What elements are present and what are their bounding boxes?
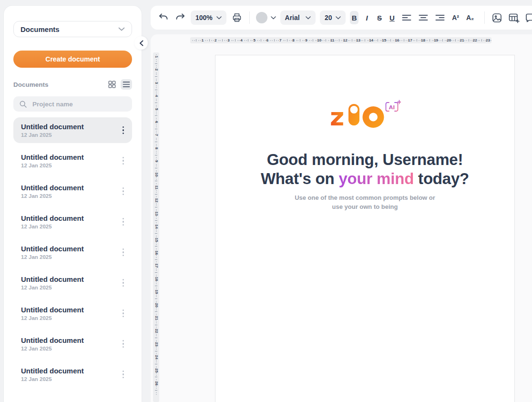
- document-title: Untitled document: [21, 153, 84, 161]
- kebab-menu-icon[interactable]: [120, 277, 126, 289]
- kebab-menu-icon[interactable]: [120, 368, 126, 381]
- subtitle-line1: Use one of the most common prompts below…: [295, 193, 435, 202]
- sidebar-collapse-button[interactable]: [134, 36, 148, 50]
- underline-button[interactable]: U: [388, 11, 396, 24]
- kebab-menu-icon[interactable]: [120, 155, 126, 167]
- list-item[interactable]: Untitled document12 Jan 2025: [13, 209, 132, 235]
- zoom-select[interactable]: 100%: [191, 10, 226, 25]
- chevron-down-icon: [271, 16, 276, 20]
- kebab-menu-icon[interactable]: [120, 307, 126, 320]
- toolbar-divider: [249, 11, 250, 24]
- document-list: Untitled document12 Jan 2025Untitled doc…: [13, 117, 132, 387]
- redo-button[interactable]: [174, 11, 186, 24]
- align-left-icon[interactable]: [400, 11, 413, 24]
- editor-toolbar: 100% Arial 20 B I S U A² A₂: [151, 6, 532, 30]
- document-title: Untitled document: [21, 336, 84, 344]
- document-title: Untitled document: [21, 275, 84, 283]
- font-family-value: Arial: [285, 14, 300, 21]
- workspace-select-value: Documents: [20, 25, 60, 33]
- subscript-button[interactable]: A₂: [465, 14, 475, 21]
- list-item[interactable]: Untitled document12 Jan 2025: [13, 239, 132, 265]
- chevron-down-icon: [216, 16, 222, 20]
- align-center-icon[interactable]: [417, 11, 430, 24]
- list-item[interactable]: Untitled document12 Jan 2025: [13, 117, 132, 143]
- chevron-down-icon: [306, 16, 311, 20]
- list-item[interactable]: Untitled document12 Jan 2025: [13, 300, 132, 326]
- document-date: 12 Jan 2025: [21, 224, 84, 229]
- documents-section-label: Documents: [13, 81, 49, 88]
- document-date: 12 Jan 2025: [21, 346, 84, 351]
- list-item[interactable]: Untitled document12 Jan 2025: [13, 270, 132, 296]
- logo-letter-z: z: [330, 103, 344, 130]
- view-toggles: [106, 79, 132, 90]
- documents-section-header: Documents: [13, 79, 132, 90]
- document-date: 12 Jan 2025: [21, 193, 84, 199]
- kebab-menu-icon[interactable]: [120, 338, 126, 350]
- text-color-picker[interactable]: [256, 12, 276, 23]
- kebab-menu-icon[interactable]: [120, 185, 126, 197]
- strikethrough-button[interactable]: S: [375, 11, 383, 24]
- font-family-select[interactable]: Arial: [280, 10, 316, 25]
- print-button[interactable]: [231, 11, 243, 24]
- search-box: [13, 96, 132, 112]
- font-size-select[interactable]: 20: [320, 10, 346, 25]
- comments-icon[interactable]: [524, 11, 532, 24]
- superscript-button[interactable]: A²: [450, 14, 460, 21]
- vertical-ruler: 1234567891011121314151617181920212223242…: [153, 52, 159, 402]
- grid-view-icon[interactable]: [106, 79, 118, 90]
- greeting-subtitle: Use one of the most common prompts below…: [295, 193, 435, 211]
- zoom-value: 100%: [195, 14, 213, 21]
- document-date: 12 Jan 2025: [21, 132, 84, 138]
- subtitle-line2: use your own to being: [295, 202, 435, 211]
- list-item[interactable]: Untitled document12 Jan 2025: [13, 361, 132, 387]
- text-color-swatch-icon: [256, 12, 267, 23]
- workspace-select[interactable]: Documents: [13, 21, 132, 37]
- italic-button[interactable]: I: [363, 11, 371, 24]
- greeting-line1: Good morning, Username!: [261, 150, 469, 169]
- document-title: Untitled document: [21, 367, 84, 375]
- document-title: Untitled document: [21, 245, 84, 253]
- document-title: Untitled document: [21, 306, 84, 314]
- editor-canvas: 1234567891011121314151617181920212223 12…: [151, 34, 532, 402]
- kebab-menu-icon[interactable]: [120, 216, 126, 228]
- toolbar-divider: [484, 11, 485, 24]
- search-icon: [19, 100, 27, 108]
- search-input[interactable]: [31, 100, 126, 108]
- align-right-icon[interactable]: [434, 11, 446, 24]
- sidebar: Documents Create document Documents Unti…: [4, 6, 142, 402]
- insert-image-icon[interactable]: [491, 11, 503, 24]
- greeting-line2: What's on your mind today?: [261, 169, 469, 188]
- document-page[interactable]: z AI Good morning, Username! What's on y…: [215, 55, 515, 402]
- zio-logo: z AI: [329, 100, 401, 130]
- document-title: Untitled document: [21, 184, 84, 192]
- kebab-menu-icon[interactable]: [120, 246, 126, 258]
- font-size-value: 20: [325, 14, 332, 21]
- chevron-down-icon: [336, 16, 341, 20]
- undo-button[interactable]: [157, 11, 170, 24]
- chevron-down-icon: [118, 27, 125, 31]
- horizontal-ruler: 1234567891011121314151617181920212223: [190, 37, 491, 43]
- list-item[interactable]: Untitled document12 Jan 2025: [13, 331, 132, 357]
- document-date: 12 Jan 2025: [21, 376, 84, 382]
- greeting-highlight: your mind: [338, 170, 414, 187]
- list-view-icon[interactable]: [121, 79, 132, 90]
- insert-table-icon[interactable]: [508, 11, 520, 24]
- document-date: 12 Jan 2025: [21, 254, 84, 260]
- list-item[interactable]: Untitled document12 Jan 2025: [13, 148, 132, 174]
- document-title: Untitled document: [21, 214, 84, 222]
- document-date: 12 Jan 2025: [21, 163, 84, 168]
- bold-button[interactable]: B: [350, 11, 358, 24]
- document-title: Untitled document: [21, 123, 84, 131]
- ai-badge-icon: AI: [386, 101, 401, 112]
- create-document-button[interactable]: Create document: [13, 51, 132, 68]
- greeting-heading: Good morning, Username! What's on your m…: [261, 150, 469, 188]
- kebab-menu-icon[interactable]: [120, 124, 126, 136]
- document-date: 12 Jan 2025: [21, 285, 84, 290]
- ai-badge-label: AI: [389, 104, 395, 111]
- document-date: 12 Jan 2025: [21, 315, 84, 321]
- list-item[interactable]: Untitled document12 Jan 2025: [13, 178, 132, 204]
